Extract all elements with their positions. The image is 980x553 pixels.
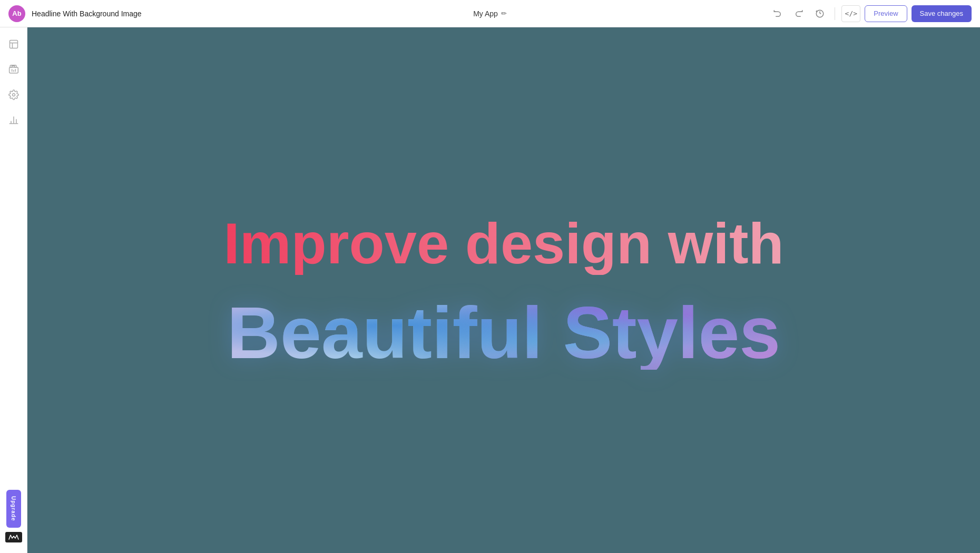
- save-changes-button[interactable]: Save changes: [912, 5, 972, 22]
- canvas-content: Improve design with Beautiful Styles: [27, 27, 980, 553]
- sidebar: Upgrade: [0, 27, 27, 553]
- headline-line1: Improve design with: [223, 211, 783, 275]
- redo-icon: [794, 9, 803, 18]
- sidebar-item-plugins[interactable]: [3, 59, 24, 80]
- sidebar-item-analytics[interactable]: [3, 110, 24, 131]
- sidebar-item-settings[interactable]: [3, 84, 24, 105]
- upgrade-button[interactable]: Upgrade: [6, 490, 21, 528]
- undo-button[interactable]: [769, 5, 786, 22]
- headline-line2: Beautiful Styles: [227, 296, 780, 370]
- analytics-icon: [8, 115, 19, 125]
- app-name-label: My App: [473, 9, 498, 18]
- svg-point-0: [817, 10, 824, 17]
- app-logo: Ab: [8, 5, 25, 22]
- canvas-area: Improve design with Beautiful Styles: [27, 27, 980, 553]
- sidebar-bottom: Upgrade: [5, 490, 22, 547]
- undo-icon: [773, 9, 782, 18]
- preview-button[interactable]: Preview: [865, 5, 907, 22]
- history-icon: [815, 9, 825, 18]
- sidebar-item-layout[interactable]: [3, 34, 24, 55]
- svg-rect-1: [9, 41, 17, 48]
- footer-logo-icon: [8, 534, 19, 540]
- layout-icon: [8, 39, 19, 50]
- sidebar-footer-logo: [5, 532, 22, 542]
- topbar-actions: </> Preview Save changes: [769, 5, 972, 22]
- settings-icon: [8, 90, 19, 100]
- plugin-icon: [8, 64, 19, 75]
- toolbar-divider: [835, 7, 835, 20]
- edit-app-name-icon[interactable]: ✏: [501, 9, 507, 17]
- topbar-center: My App ✏: [473, 9, 507, 18]
- page-title: Headline With Background Image: [32, 9, 142, 18]
- main-layout: Upgrade Improve design with Beautiful St…: [0, 27, 980, 553]
- topbar: Ab Headline With Background Image My App…: [0, 0, 980, 27]
- history-button[interactable]: [811, 5, 828, 22]
- svg-point-8: [12, 94, 15, 96]
- redo-button[interactable]: [790, 5, 807, 22]
- code-button[interactable]: </>: [841, 5, 860, 22]
